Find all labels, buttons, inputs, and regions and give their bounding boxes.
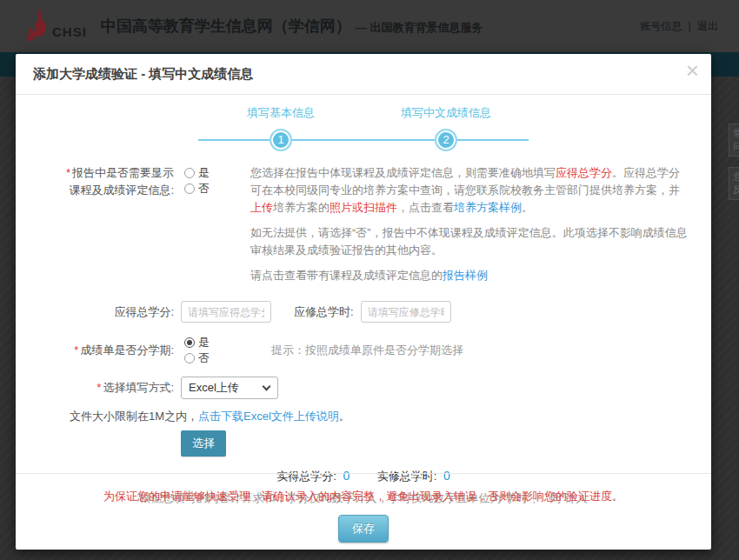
faq-floating-widget: 常见问题 — [729, 123, 739, 157]
fill-method-label: *选择填写方式: — [37, 379, 174, 397]
site-subtitle: — 出国教育背景信息服务 — [356, 21, 483, 34]
training-plan-sample-link[interactable]: 培养方案样例 — [454, 201, 522, 214]
display-question-radio-group: 是 否 — [174, 164, 250, 292]
grade-info-form: *报告中是否需要显示 课程及成绩评定信息: 是 否 您选择在报告中体现课程及成绩… — [16, 164, 711, 506]
display-yes-radio[interactable]: 是 — [184, 165, 210, 181]
fill-method-select[interactable]: Excel上传 — [181, 377, 278, 399]
upload-emphasis: 上传 — [250, 201, 273, 214]
radio-unchecked-icon[interactable] — [184, 183, 195, 194]
radio-unchecked-icon[interactable] — [184, 168, 195, 178]
excel-instructions-link[interactable]: 点击下载Excel文件上传说明 — [198, 410, 339, 423]
modal-header: 添加大学成绩验证 - 填写中文成绩信息 — [16, 54, 711, 95]
total-credits-input[interactable] — [181, 301, 271, 323]
report-sample-link[interactable]: 报告样例 — [443, 269, 488, 282]
modal-title: 添加大学成绩验证 - 填写中文成绩信息 — [33, 66, 253, 81]
logout-link[interactable]: 退出 — [697, 20, 718, 32]
semester-radio-group: 是 否 — [174, 334, 250, 366]
file-size-hint: 文件大小限制在1M之内，点击下载Excel文件上传说明。 — [70, 409, 690, 424]
choose-file-button[interactable]: 选择 — [181, 430, 226, 457]
display-question-label: *报告中是否需要显示 课程及成绩评定信息: — [37, 164, 174, 292]
header-separator: | — [689, 20, 691, 32]
total-hours-label: 应修总学时: — [294, 304, 354, 320]
fill-method-selected-value: Excel上传 — [189, 381, 239, 394]
help-text-block: 您选择在报告中体现课程及成绩评定信息，则需要准确地填写应得总学分。应得总学分可在… — [250, 164, 690, 292]
semester-no-radio[interactable]: 否 — [184, 350, 210, 366]
credits-emphasis: 应得总学分 — [556, 166, 612, 179]
radio-checked-icon[interactable] — [184, 337, 195, 348]
display-no-radio[interactable]: 否 — [184, 181, 210, 197]
semester-hint: 提示：按照成绩单原件是否分学期选择 — [271, 343, 463, 358]
account-info-link[interactable]: 账号信息 — [640, 20, 682, 32]
step1-circle: 1 — [270, 129, 292, 151]
site-header: CHSI 中国高等教育学生信息网（学信网） — 出国教育背景信息服务 账号信息 … — [0, 0, 739, 52]
chevron-down-icon — [263, 383, 271, 391]
step2-label: 填写中文成绩信息 — [401, 105, 491, 121]
semester-yes-radio[interactable]: 是 — [184, 335, 210, 350]
modal-footer: 为保证您的申请能够快速受理，请确认录入的内容完整，避免出现录入错误，否则会影响您… — [16, 473, 711, 550]
phoenix-logo-icon — [21, 6, 50, 43]
step1-label: 填写基本信息 — [247, 105, 315, 121]
semester-question-label: *成绩单是否分学期: — [37, 342, 174, 359]
radio-unchecked-icon[interactable] — [184, 353, 195, 363]
chsi-logo: CHSI — [21, 10, 87, 43]
header-account-area: 账号信息 | 退出 — [640, 19, 718, 34]
required-mark: * — [66, 166, 70, 179]
warning-text: 为保证您的申请能够快速受理，请确认录入的内容完整，避免出现录入错误，否则会影响您… — [16, 489, 711, 504]
help-paragraph-3: 请点击查看带有课程及成绩评定信息的报告样例 — [250, 267, 690, 284]
help-paragraph-2: 如无法提供，请选择“否”，报告中不体现课程及成绩评定信息。此项选择不影响成绩信息… — [250, 224, 690, 259]
step-connector-line — [198, 139, 529, 141]
photo-scan-emphasis: 照片或扫描件 — [330, 201, 397, 214]
total-hours-input[interactable] — [361, 301, 451, 323]
step2-circle: 2 — [435, 129, 457, 151]
total-credits-label: 应得总学分: — [37, 303, 174, 321]
add-grade-verification-modal: 添加大学成绩验证 - 填写中文成绩信息 × 填写基本信息 填写中文成绩信息 1 … — [16, 54, 711, 550]
help-paragraph-1: 您选择在报告中体现课程及成绩评定信息，则需要准确地填写应得总学分。应得总学分可在… — [250, 164, 690, 217]
save-button[interactable]: 保存 — [338, 515, 389, 543]
step-indicator: 填写基本信息 填写中文成绩信息 1 2 — [198, 103, 529, 154]
logo-chsi-text: CHSI — [52, 24, 87, 39]
close-icon[interactable]: × — [686, 59, 699, 82]
feedback-floating-widget: 意见反馈 — [729, 167, 739, 200]
site-title: 中国高等教育学生信息网（学信网） — 出国教育背景信息服务 — [101, 16, 483, 37]
